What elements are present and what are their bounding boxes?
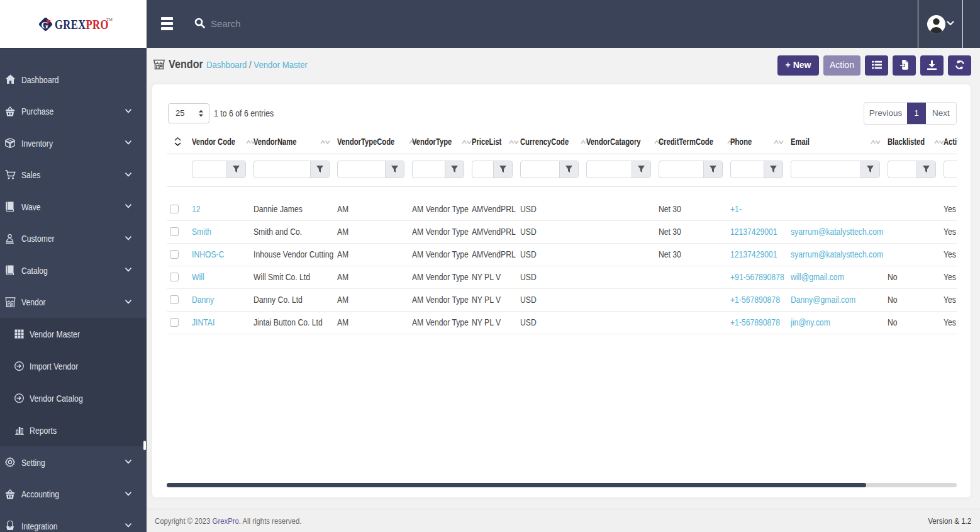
svg-text:GREXPRO: GREXPRO xyxy=(55,17,109,31)
svg-text:G: G xyxy=(42,20,48,30)
svg-text:TM: TM xyxy=(106,17,113,21)
